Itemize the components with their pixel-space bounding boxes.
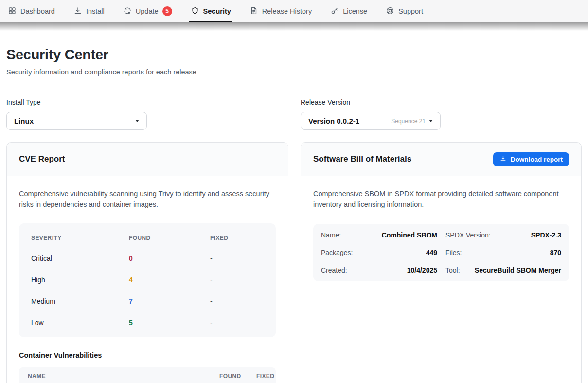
table-row: Critical 0 - (19, 248, 276, 269)
sequence-label: Sequence 21 (391, 118, 426, 125)
severity-column-header: Severity (31, 235, 129, 241)
nav-label: License (343, 7, 367, 15)
stat-row: Name: Combined SBOM SPDX Version: SPDX-2… (321, 226, 561, 244)
stat-label: Tool: (445, 266, 460, 274)
stat-pair: Created: 10/4/2025 (321, 266, 437, 274)
severity-name: Critical (31, 255, 129, 262)
install-type-select[interactable]: Linux (6, 112, 147, 130)
chevron-down-icon (135, 120, 139, 122)
nav-item-release-history[interactable]: Release History (249, 0, 312, 22)
nav-item-security[interactable]: Security (191, 0, 231, 22)
sbom-card: Software Bill of Materials Download repo… (301, 142, 582, 383)
stat-pair: Files: 870 (445, 249, 561, 256)
severity-name: Low (31, 319, 129, 327)
nav-label: Install (86, 7, 105, 15)
table-row: High 4 - (19, 269, 276, 291)
download-report-button[interactable]: Download report (493, 152, 569, 166)
name-column-header: Name (28, 373, 219, 380)
cve-report-card: CVE Report Comprehensive vulnerability s… (6, 142, 288, 383)
stat-label: Files: (445, 249, 462, 256)
found-count: 5 (129, 319, 210, 327)
nav-item-install[interactable]: Install (73, 0, 105, 22)
lifebuoy-icon (386, 6, 394, 17)
install-type-value: Linux (14, 117, 34, 125)
top-navigation: Dashboard Install Update 5 Security Rele… (0, 0, 588, 22)
sequence-group: Sequence 21 (391, 118, 433, 125)
install-type-filter: Install Type Linux (6, 98, 147, 130)
document-icon (249, 6, 258, 17)
cve-report-header: CVE Report (7, 143, 288, 176)
stat-row: Created: 10/4/2025 Tool: SecureBuild SBO… (321, 261, 561, 279)
fixed-count: - (210, 276, 264, 284)
chevron-down-icon (429, 120, 433, 122)
sbom-description: Comprehensive SBOM in SPDX format provid… (313, 189, 569, 210)
update-count-badge: 5 (162, 6, 172, 16)
stat-label: Packages: (321, 249, 353, 256)
fixed-column-header: Fixed (210, 235, 264, 241)
severity-name: Medium (31, 297, 129, 305)
sbom-title: Software Bill of Materials (313, 154, 411, 164)
container-vulnerabilities-title: Container Vulnerabilities (19, 351, 276, 359)
found-count: 0 (129, 255, 210, 262)
page-top-shadow (0, 22, 588, 31)
stat-label: Name: (321, 231, 341, 239)
cve-report-description: Comprehensive vulnerability scanning usi… (19, 189, 276, 210)
shield-icon (191, 6, 199, 17)
stat-value: 10/4/2025 (407, 266, 437, 274)
release-version-filter: Release Version Version 0.0.2-1 Sequence… (301, 98, 441, 130)
severity-table-header: Severity Found Fixed (19, 228, 276, 248)
severity-name: High (31, 276, 129, 284)
refresh-icon (123, 6, 132, 17)
table-row: Medium 7 - (19, 291, 276, 312)
install-type-label: Install Type (6, 98, 147, 106)
release-version-value: Version 0.0.2-1 (308, 117, 359, 125)
nav-label: Update (136, 7, 159, 15)
key-icon (330, 6, 339, 17)
stat-label: SPDX Version: (445, 231, 491, 239)
found-column-header: Found (129, 235, 210, 241)
download-icon (73, 6, 82, 17)
sbom-header: Software Bill of Materials Download repo… (301, 143, 581, 176)
container-vulnerabilities-table-header: Name Found Fixed (19, 367, 276, 383)
stat-row: Packages: 449 Files: 870 (321, 244, 561, 261)
stat-value: SPDX-2.3 (531, 231, 561, 239)
stat-value: SecureBuild SBOM Merger (475, 266, 561, 274)
security-center-page: Security Center Security information and… (0, 47, 588, 383)
download-icon (499, 155, 507, 164)
found-count: 7 (129, 297, 210, 305)
release-version-label: Release Version (301, 98, 441, 106)
found-column-header: Found (219, 373, 256, 380)
fixed-count: - (210, 255, 264, 262)
fixed-column-header: Fixed (256, 373, 276, 380)
stat-value: 870 (550, 249, 561, 256)
filters-row: Install Type Linux Release Version Versi… (6, 98, 582, 130)
stat-pair: Packages: 449 (321, 249, 437, 256)
nav-label: Security (203, 7, 231, 15)
dashboard-grid-icon (8, 6, 17, 17)
download-button-label: Download report (511, 156, 563, 163)
stat-value: Combined SBOM (382, 231, 437, 239)
nav-label: Support (398, 7, 423, 15)
nav-item-dashboard[interactable]: Dashboard (8, 0, 55, 22)
stat-value: 449 (426, 249, 437, 256)
sbom-stats-box: Name: Combined SBOM SPDX Version: SPDX-2… (313, 224, 569, 281)
stat-pair: Name: Combined SBOM (321, 231, 437, 239)
nav-item-support[interactable]: Support (386, 0, 423, 22)
page-title: Security Center (6, 47, 582, 63)
nav-item-update[interactable]: Update 5 (123, 0, 172, 22)
cards-row: CVE Report Comprehensive vulnerability s… (6, 142, 582, 383)
stat-pair: Tool: SecureBuild SBOM Merger (445, 266, 561, 274)
nav-label: Release History (262, 7, 312, 15)
stat-pair: SPDX Version: SPDX-2.3 (445, 231, 561, 239)
release-version-select[interactable]: Version 0.0.2-1 Sequence 21 (301, 112, 441, 130)
fixed-count: - (210, 297, 264, 305)
nav-item-license[interactable]: License (330, 0, 367, 22)
nav-label: Dashboard (20, 7, 55, 15)
fixed-count: - (210, 319, 264, 327)
sbom-body: Comprehensive SBOM in SPDX format provid… (301, 176, 581, 294)
cve-report-body: Comprehensive vulnerability scanning usi… (7, 176, 288, 383)
cve-report-title: CVE Report (19, 154, 65, 164)
severity-table: Severity Found Fixed Critical 0 - High 4… (19, 223, 276, 337)
found-count: 4 (129, 276, 210, 284)
stat-label: Created: (321, 266, 347, 274)
